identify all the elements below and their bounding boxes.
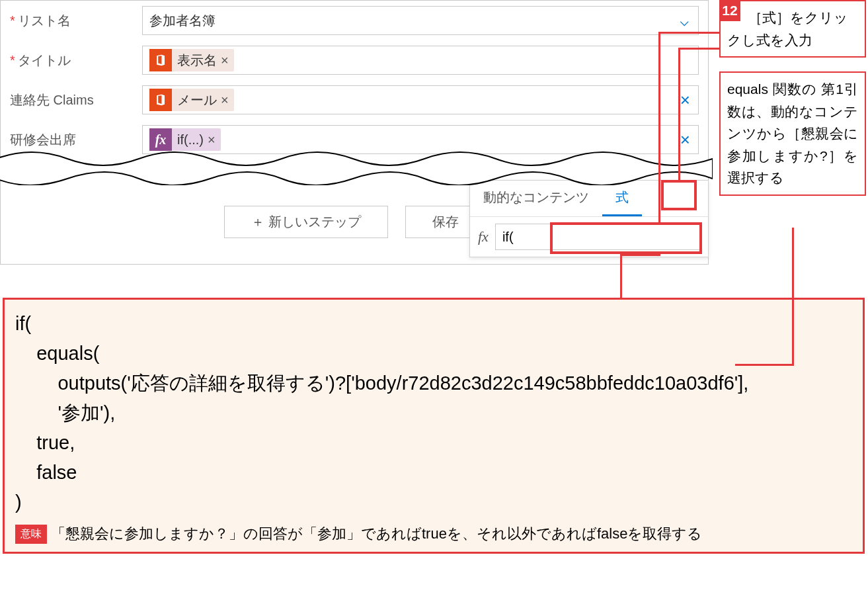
office-icon [149,89,172,111]
code-body: if( equals( outputs('応答の詳細を取得する')?['body… [15,309,852,517]
input-attendance[interactable]: fx if(...) × × [142,125,699,154]
connector-line [620,254,622,298]
new-step-button[interactable]: ＋ 新しいステップ [224,206,388,238]
dropdown-list-name[interactable]: 参加者名簿 ⌵ [142,6,699,35]
code-block: if( equals( outputs('応答の詳細を取得する')?['body… [3,298,865,554]
value-list-name: 参加者名簿 [149,12,216,30]
meaning-badge: 意味 [15,525,47,544]
token-display-name[interactable]: 表示名 × [149,49,234,71]
fx-icon: fx [149,128,172,151]
meaning-text: 「懇親会に参加しますか？」の回答が「参加」であればtrueを、それ以外であればf… [51,525,702,542]
clear-icon[interactable]: × [680,130,690,150]
annotation-text: ［式］をクリックし式を入力 [727,10,848,48]
connector-line [658,32,660,222]
connector-line [697,48,719,50]
row-claims: 連絡先 Claims メール × × [1,80,708,120]
annotation-equals-note: equals 関数の 第1引 数は、動的なコンテンツから［懇親会に参加しますか?… [719,71,866,196]
meaning-row: 意味「懇親会に参加しますか？」の回答が「参加」であればtrueを、それ以外であれ… [15,523,852,545]
tab-dynamic-content[interactable]: 動的なコンテンツ [470,181,602,216]
row-attendance: 研修会出席 fx if(...) × × [1,120,708,159]
clear-icon[interactable]: × [680,90,690,110]
token-mail[interactable]: メール × [149,89,234,111]
tab-expression[interactable]: 式 [602,181,642,216]
label-list-name: リスト名 [10,12,136,30]
token-label: if(...) [177,132,204,148]
expression-panel: 動的なコンテンツ 式 fx [469,180,709,257]
connector-line [620,254,660,256]
token-label: メール [177,91,217,109]
token-remove[interactable]: × [208,132,216,148]
connector-line [658,32,719,34]
fx-label-icon: fx [478,228,489,245]
label-title: タイトル [10,52,136,69]
input-title[interactable]: 表示名 × [142,46,699,75]
token-remove[interactable]: × [221,93,229,108]
row-list-name: リスト名 参加者名簿 ⌵ [1,1,708,40]
token-fx-if[interactable]: fx if(...) × [149,128,221,151]
token-label: 表示名 [177,52,217,69]
token-remove[interactable]: × [221,53,229,68]
input-claims[interactable]: メール × × [142,85,699,114]
annotation-step-12: 12 ［式］をクリックし式を入力 [719,0,866,58]
expression-tabs: 動的なコンテンツ 式 [470,181,708,217]
connector-line [792,228,794,364]
step-number-badge: 12 [719,0,740,21]
connector-line [678,48,680,180]
label-attendance: 研修会出席 [10,131,136,149]
annotation-text: equals 関数の 第1引 数は、動的なコンテンツから［懇親会に参加しますか?… [727,78,858,189]
row-title: タイトル 表示名 × [1,40,708,80]
label-claims: 連絡先 Claims [10,91,136,109]
expression-input-row: fx [470,217,708,257]
office-icon [149,49,172,71]
expression-input[interactable] [495,224,700,250]
connector-line [678,48,697,50]
chevron-down-icon: ⌵ [680,11,689,30]
connector-line [735,364,794,366]
